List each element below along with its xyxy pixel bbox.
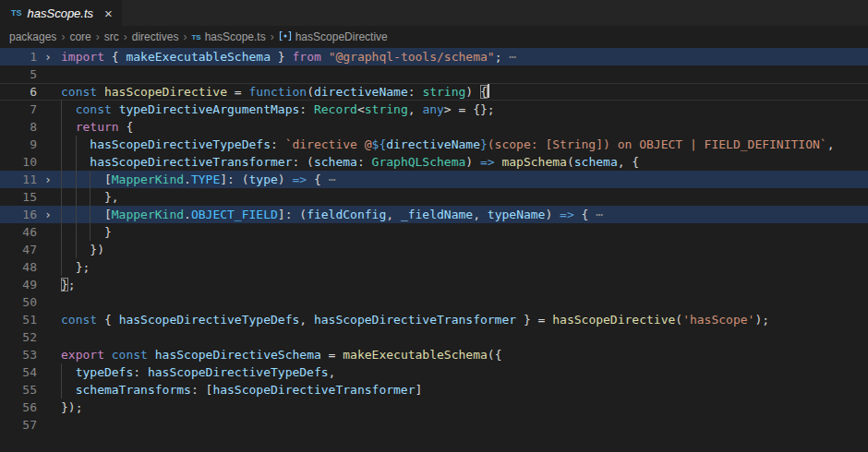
code-line-7[interactable]: 7 const typeDirectiveArgumentMaps: Recor… bbox=[0, 101, 868, 118]
token-pun: ]: ( bbox=[220, 172, 248, 186]
code-text: [MapperKind.OBJECT_FIELD]: (fieldConfig,… bbox=[59, 206, 868, 223]
line-number: 47 bbox=[0, 241, 37, 258]
token-kw: const bbox=[61, 313, 97, 327]
token-kw: => bbox=[480, 155, 495, 169]
code-text: schemaTransforms: [hasScopeDirectiveTran… bbox=[59, 381, 868, 398]
code-line-6[interactable]: 6const hasScopeDirective = function(dire… bbox=[0, 83, 868, 101]
token-pun: ( bbox=[567, 155, 574, 169]
code-line-16[interactable]: 16› [MapperKind.OBJECT_FIELD]: (fieldCon… bbox=[0, 206, 868, 223]
code-line-55[interactable]: 55 schemaTransforms: [hasScopeDirectiveT… bbox=[0, 381, 868, 398]
typescript-file-icon: TS bbox=[191, 33, 200, 42]
breadcrumb-label: src bbox=[104, 30, 119, 43]
token-var: hasScopeDirectiveTypeDefs bbox=[148, 365, 329, 379]
token-pun bbox=[104, 348, 112, 362]
code-line-49[interactable]: 49}; bbox=[0, 276, 868, 293]
token-pun: } = bbox=[516, 313, 552, 327]
fold-gutter bbox=[37, 136, 59, 153]
tab-title: hasScope.ts bbox=[28, 6, 94, 20]
token-var: typeDefs bbox=[76, 365, 134, 379]
fold-chevron-icon[interactable]: › bbox=[37, 48, 59, 65]
breadcrumb-item-directives[interactable]: directives bbox=[132, 30, 179, 43]
code-line-51[interactable]: 51const { hasScopeDirectiveTypeDefs, has… bbox=[0, 311, 868, 328]
breadcrumb-label: hasScopeDirective bbox=[295, 30, 388, 43]
fold-chevron-icon[interactable]: › bbox=[37, 206, 59, 223]
fold-gutter bbox=[37, 381, 59, 398]
code-line-1[interactable]: 1›import { makeExecutableSchema } from "… bbox=[0, 48, 868, 65]
code-line-56[interactable]: 56}); bbox=[0, 398, 868, 416]
code-text bbox=[59, 416, 868, 434]
indent-guide bbox=[76, 171, 77, 188]
typescript-file-icon: TS bbox=[11, 8, 22, 18]
token-pun: : ( bbox=[292, 155, 313, 169]
breadcrumb-item-packages[interactable]: packages bbox=[9, 30, 56, 43]
code-text: const { hasScopeDirectiveTypeDefs, hasSc… bbox=[59, 311, 868, 328]
code-line-10[interactable]: 10 hasScopeDirectiveTransformer: (schema… bbox=[0, 153, 868, 171]
token-type: string bbox=[365, 102, 408, 116]
code-line-9[interactable]: 9 hasScopeDirectiveTypeDefs: `directive … bbox=[0, 136, 868, 153]
code-line-54[interactable]: 54 typeDefs: hasScopeDirectiveTypeDefs, bbox=[0, 363, 868, 381]
code-text: import { makeExecutableSchema } from "@g… bbox=[59, 48, 868, 65]
token-pun: , bbox=[473, 208, 488, 221]
token-str: (scope: [String]) on OBJECT | FIELD_DEFI… bbox=[488, 137, 827, 151]
tab-hasscope-ts[interactable]: TS hasScope.ts × bbox=[0, 0, 122, 26]
token-var: schema bbox=[574, 155, 618, 169]
folded-code-marker[interactable]: ⋯ bbox=[321, 172, 336, 186]
code-line-15[interactable]: 15 }, bbox=[0, 188, 868, 206]
code-line-8[interactable]: 8 return { bbox=[0, 118, 868, 136]
fold-gutter bbox=[37, 241, 59, 258]
token-type: GraphQLSchema bbox=[372, 155, 466, 169]
token-var: type bbox=[249, 172, 278, 186]
token-ctrl: import bbox=[61, 50, 104, 64]
code-line-53[interactable]: 53export const hasScopeDirectiveSchema =… bbox=[0, 346, 868, 363]
line-number: 1 bbox=[0, 48, 37, 65]
code-line-46[interactable]: 46 } bbox=[0, 223, 868, 241]
breadcrumb-item-hasscopedirective[interactable]: hasScopeDirective bbox=[279, 30, 388, 44]
token-pun: ); bbox=[754, 313, 769, 327]
breadcrumb-item-hasscope-ts[interactable]: TShasScope.ts bbox=[191, 30, 265, 43]
token-kw: } bbox=[480, 137, 488, 151]
code-line-52[interactable]: 52 bbox=[0, 328, 868, 346]
token-pun: ({ bbox=[488, 348, 502, 362]
token-var: fieldConfig bbox=[307, 208, 386, 221]
code-line-48[interactable]: 48 }; bbox=[0, 258, 868, 276]
code-editor[interactable]: 1›import { makeExecutableSchema } from "… bbox=[0, 48, 868, 452]
line-number: 50 bbox=[0, 293, 37, 311]
line-number: 10 bbox=[0, 153, 37, 171]
line-number: 8 bbox=[0, 118, 37, 136]
token-kw: => bbox=[560, 208, 574, 221]
token-pun bbox=[61, 102, 76, 116]
token-pun: : bbox=[357, 155, 372, 169]
indent-guide bbox=[61, 171, 62, 188]
token-str: "@graphql-tools/schema" bbox=[329, 50, 495, 64]
token-pun: : bbox=[408, 85, 423, 99]
token-ctrl: from bbox=[292, 50, 320, 64]
line-number: 16 bbox=[0, 206, 37, 223]
fold-chevron-icon[interactable]: › bbox=[37, 171, 59, 188]
indent-guide bbox=[61, 381, 62, 398]
code-line-50[interactable]: 50 bbox=[0, 293, 868, 311]
folded-code-marker[interactable]: ⋯ bbox=[501, 50, 516, 64]
code-line-5[interactable]: 5 bbox=[0, 65, 868, 83]
line-number: 57 bbox=[0, 416, 37, 434]
folded-code-marker[interactable]: ⋯ bbox=[588, 208, 603, 221]
breadcrumb-item-src[interactable]: src bbox=[104, 30, 119, 43]
fold-gutter bbox=[37, 293, 59, 311]
token-pun: { bbox=[307, 172, 321, 186]
code-line-57[interactable]: 57 bbox=[0, 416, 868, 434]
breadcrumb-separator-icon: › bbox=[61, 30, 65, 43]
code-line-47[interactable]: 47 }) bbox=[0, 241, 868, 258]
code-text: hasScopeDirectiveTypeDefs: `directive @$… bbox=[59, 136, 868, 153]
code-text bbox=[59, 65, 868, 83]
breadcrumb-separator-icon: › bbox=[124, 30, 127, 43]
bracket-match: { bbox=[480, 85, 488, 99]
token-pun: ) bbox=[278, 172, 293, 186]
fold-gutter bbox=[37, 328, 59, 346]
close-icon[interactable]: × bbox=[104, 6, 113, 20]
token-fn: hasScopeDirective bbox=[552, 313, 675, 327]
breadcrumb-item-core[interactable]: core bbox=[69, 30, 90, 43]
code-line-11[interactable]: 11› [MapperKind.TYPE]: (type) => { ⋯ bbox=[0, 171, 868, 188]
fold-gutter bbox=[37, 276, 59, 293]
indent-guide bbox=[76, 153, 77, 171]
code-text: }, bbox=[59, 188, 868, 206]
token-pun: , bbox=[299, 313, 314, 327]
